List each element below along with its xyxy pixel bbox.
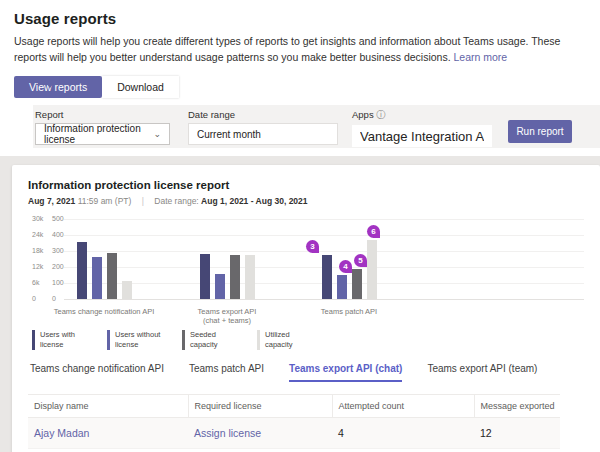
view-mode-toolbar: View reports Download	[14, 76, 600, 98]
legend-item: Seeded capacity	[182, 330, 236, 350]
report-page-background: Information protection license report Au…	[0, 156, 600, 452]
table-cell: 2449	[332, 449, 474, 452]
chevron-down-icon: ⌄	[153, 129, 161, 139]
bar	[337, 275, 347, 299]
table-body: Ajay MadanAssign license412Tejas AshokYe…	[28, 418, 560, 452]
annotation-badge: 3	[306, 240, 319, 253]
bar	[215, 274, 225, 299]
table-cell: 5207	[474, 449, 560, 452]
legend-label: Users without license	[115, 330, 161, 350]
date-range-input[interactable]	[188, 123, 338, 145]
table-row: Tejas AshokYes24495207	[28, 449, 560, 452]
x-axis-label: Teams patch API	[279, 308, 419, 317]
axis-tick: 30k	[32, 215, 43, 222]
column-header[interactable]: Display name	[28, 395, 188, 418]
table-cell: Yes	[188, 449, 332, 452]
view-reports-button[interactable]: View reports	[14, 76, 102, 98]
bar	[200, 254, 210, 299]
axis-tick: 100	[52, 279, 64, 286]
legend-item: Utilized capacity	[257, 330, 311, 350]
apps-input[interactable]	[352, 125, 492, 147]
legend-label: Users with license	[40, 330, 86, 350]
bar-group	[200, 254, 255, 299]
axis-tick: 500	[52, 215, 64, 222]
tab-teams-export-api-team-[interactable]: Teams export API (team)	[427, 363, 537, 382]
gridline	[64, 299, 584, 300]
x-axis-label: Teams export API(chat + teams)	[157, 308, 297, 325]
axis-tick: 12k	[32, 263, 43, 270]
column-header[interactable]: Required license	[188, 395, 332, 418]
column-header[interactable]: Attempted count	[332, 395, 474, 418]
legend-marker	[257, 330, 260, 350]
date-range-field: Date range	[188, 109, 338, 145]
report-label: Report	[35, 109, 170, 120]
generated-time: 11:59 am (PT)	[78, 196, 132, 206]
table-cell: Assign license	[188, 418, 332, 449]
meta-separator: |	[142, 196, 144, 206]
date-range-caption: Date range:	[154, 196, 198, 206]
tab-teams-export-api-chat-[interactable]: Teams export API (chat)	[289, 363, 402, 382]
legend-marker	[107, 330, 110, 350]
bar	[77, 242, 87, 299]
table-cell: Tejas Ashok	[28, 449, 188, 452]
bar	[122, 281, 132, 299]
table-cell: Ajay Madan	[28, 418, 188, 449]
info-icon: ⓘ	[376, 109, 386, 120]
page-header: Usage reports Usage reports will help yo…	[0, 0, 600, 65]
gridline	[64, 235, 584, 236]
legend-label: Utilized capacity	[265, 330, 311, 350]
learn-more-link[interactable]: Learn more	[454, 51, 508, 63]
chart-legend: Users with licenseUsers without licenseS…	[28, 330, 584, 350]
legend-marker	[182, 330, 185, 350]
bar-group	[77, 242, 132, 299]
table-cell: 12	[474, 418, 560, 449]
column-header[interactable]: Message exported	[474, 395, 560, 418]
apps-field: Apps ⓘ	[352, 109, 492, 147]
cell-link[interactable]: Ajay Madan	[34, 427, 89, 439]
bar	[322, 255, 332, 299]
legend-item: Users without license	[107, 330, 161, 350]
report-field: Report Information protection license ⌄	[35, 109, 170, 145]
x-axis-label: Teams change notification API	[34, 308, 174, 317]
api-tabs: Teams change notification APITeams patch…	[28, 363, 584, 382]
view-reports-caret-icon	[46, 83, 54, 88]
legend-label: Seeded capacity	[190, 330, 236, 350]
bar	[230, 255, 240, 299]
axis-tick: 24k	[32, 231, 43, 238]
page-description: Usage reports will help you create diffe…	[14, 34, 576, 65]
apps-label-text: Apps	[352, 109, 374, 120]
download-button[interactable]: Download	[102, 76, 179, 98]
annotation-badge: 6	[367, 225, 380, 238]
report-select-value: Information protection license	[44, 123, 153, 145]
apps-label: Apps ⓘ	[352, 109, 492, 122]
bar	[92, 257, 102, 299]
axis-tick: 300	[52, 247, 64, 254]
report-table: Display nameRequired licenseAttempted co…	[28, 394, 560, 452]
bar	[107, 253, 117, 299]
report-card: Information protection license report Au…	[12, 165, 600, 452]
axis-tick: 18k	[32, 247, 43, 254]
date-range-text: Aug 1, 2021 - Aug 30, 2021	[201, 196, 307, 206]
generated-date: Aug 7, 2021	[28, 196, 75, 206]
tab-teams-change-notification-api[interactable]: Teams change notification API	[30, 363, 164, 382]
axis-tick: 0	[52, 295, 56, 302]
bar	[367, 240, 377, 299]
date-range-label: Date range	[188, 109, 338, 120]
axis-tick: 400	[52, 231, 64, 238]
report-title: Information protection license report	[28, 179, 584, 191]
gridline	[64, 219, 584, 220]
axis-tick: 200	[52, 263, 64, 270]
table-cell: 4	[332, 418, 474, 449]
cell-link[interactable]: Assign license	[194, 427, 261, 439]
filter-strip: Report Information protection license ⌄ …	[33, 105, 600, 148]
annotation-badge: 5	[354, 254, 367, 267]
legend-marker	[32, 330, 35, 350]
table-row: Ajay MadanAssign license412	[28, 418, 560, 449]
report-select[interactable]: Information protection license ⌄	[35, 123, 170, 145]
report-meta: Aug 7, 2021 11:59 am (PT) | Date range: …	[28, 196, 584, 206]
tab-teams-patch-api[interactable]: Teams patch API	[189, 363, 264, 382]
chart: 30k50024k40018k30012k2006k10000Teams cha…	[28, 219, 584, 325]
run-report-button[interactable]: Run report	[508, 120, 572, 143]
axis-tick: 6k	[32, 279, 39, 286]
page-title: Usage reports	[14, 10, 584, 27]
